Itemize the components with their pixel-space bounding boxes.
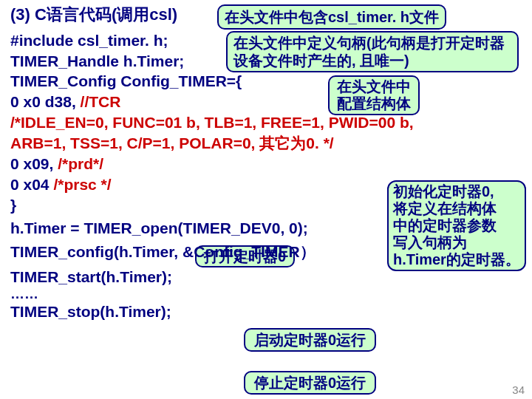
slide-title: (3) C语言代码(调用csl) xyxy=(10,4,177,26)
code-l04: 0 x0 d38, //TCR xyxy=(10,92,522,112)
code-l06: ARB=1, TSS=1, C/P=1, POLAR=0, 其它为0. */ xyxy=(10,133,522,154)
code-l07-hex: 0 x09, xyxy=(10,155,58,172)
code-l09: } xyxy=(10,195,522,216)
code-l04-hex: 0 x0 d38, xyxy=(10,93,81,110)
callout-start-timer: 启动定时器0运行 xyxy=(244,328,376,352)
code-l10: h.Timer = TIMER_open(TIMER_DEV0, 0); xyxy=(10,218,522,239)
code-l02: TIMER_Handle h.Timer; xyxy=(10,51,522,72)
code-l03: TIMER_Config Config_TIMER={ xyxy=(10,71,522,92)
page-number: 34 xyxy=(512,383,525,396)
callout-include-header: 在头文件中包含csl_timer. h文件 xyxy=(217,4,446,30)
code-l07-comment: /*prd*/ xyxy=(58,155,103,172)
code-l08: 0 x04 /*prsc */ xyxy=(10,174,522,195)
code-l08-comment: /*prsc */ xyxy=(53,176,111,193)
code-l14: TIMER_stop(h.Timer); xyxy=(10,301,522,322)
slide: (3) C语言代码(调用csl) 在头文件中包含csl_timer. h文件 在… xyxy=(0,0,532,399)
code-l05: /*IDLE_EN=0, FUNC=01 b, TLB=1, FREE=1, P… xyxy=(10,112,522,133)
code-block: #include csl_timer. h; TIMER_Handle h.Ti… xyxy=(10,30,522,322)
code-l08-hex: 0 x04 xyxy=(10,176,53,193)
code-l01: #include csl_timer. h; xyxy=(10,30,522,51)
code-l11: TIMER_config(h.Timer, &Config_TIMER） xyxy=(10,242,522,262)
code-l04-comment: //TCR xyxy=(81,93,121,110)
code-l07: 0 x09, /*prd*/ xyxy=(10,154,522,174)
callout-stop-timer: 停止定时器0运行 xyxy=(244,371,376,395)
